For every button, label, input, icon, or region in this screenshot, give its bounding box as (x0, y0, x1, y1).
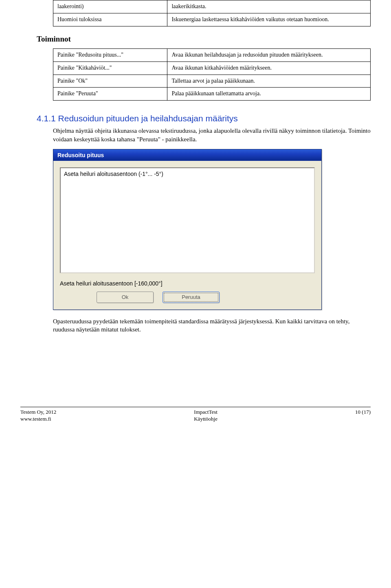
desc-cell: Tallettaa arvot ja palaa pääikkunaan. (167, 75, 371, 88)
desc-cell: Iskuenergiaa laskettaessa kitkahäviöiden… (167, 13, 371, 26)
dialog-title: Redusoitu pituus (53, 149, 321, 161)
footer-company: Testem Oy, 2012 (20, 409, 56, 416)
table-row: Painike "Kitkahäviöt..." Avaa ikkunan ki… (53, 61, 371, 75)
status-line: Aseta heiluri aloitusasentoon [-160,000°… (60, 280, 315, 287)
dialog-button-row: Ok Peruuta (60, 292, 315, 303)
paragraph-after-dialog: Opasteruudussa pyydetään tekemään toimen… (53, 317, 371, 334)
desc-cell: Avaa ikkunan heilahdusajan ja redusoidun… (167, 48, 371, 61)
term-cell: laakerointi) (53, 0, 167, 13)
heading-toiminnot: Toiminnot (37, 35, 371, 44)
footer-product: ImpactTest (194, 409, 217, 416)
footer-doctype: Käyttöohje (194, 416, 217, 423)
paragraph-intro: Ohjelma näyttää ohjeita ikkunassa olevas… (53, 127, 371, 143)
table-row: Painike "Redusoitu pituus..." Avaa ikkun… (53, 48, 371, 61)
desc-cell: Palaa pääikkunaan tallettamatta arvoja. (167, 88, 371, 101)
table-row: Painike "Peruuta" Palaa pääikkunaan tall… (53, 88, 371, 101)
term-cell: Painike "Redusoitu pituus..." (53, 48, 167, 61)
table-definitions-1: laakerointi) laakerikitkasta. Huomioi tu… (53, 0, 371, 26)
term-cell: Huomioi tuloksissa (53, 13, 167, 26)
footer-url: www.testem.fi (20, 416, 56, 423)
cancel-button[interactable]: Peruuta (163, 292, 220, 303)
table-row: laakerointi) laakerikitkasta. (53, 0, 371, 13)
instruction-textbox[interactable] (60, 167, 315, 273)
table-row: Painike "Ok" Tallettaa arvot ja palaa pä… (53, 75, 371, 88)
section-heading: 4.1.1 Redusoidun pituuden ja heilahdusaj… (37, 114, 371, 123)
dialog-client-area: Aseta heiluri aloitusasentoon [-160,000°… (53, 161, 321, 309)
term-cell: Painike "Kitkahäviöt..." (53, 61, 167, 75)
table-definitions-2: Painike "Redusoitu pituus..." Avaa ikkun… (53, 48, 371, 101)
dialog-redusoitu-pituus: Redusoitu pituus Aseta heiluri aloitusas… (53, 149, 322, 310)
term-cell: Painike "Ok" (53, 75, 167, 88)
footer-page-number: 10 (17) (355, 409, 371, 416)
table-row: Huomioi tuloksissa Iskuenergiaa lasketta… (53, 13, 371, 26)
term-cell: Painike "Peruuta" (53, 88, 167, 101)
ok-button[interactable]: Ok (97, 292, 154, 303)
desc-cell: Avaa ikkunan kitkahäviöiden määritykseen… (167, 61, 371, 75)
desc-cell: laakerikitkasta. (167, 0, 371, 13)
page-footer: Testem Oy, 2012 www.testem.fi ImpactTest… (20, 407, 371, 423)
